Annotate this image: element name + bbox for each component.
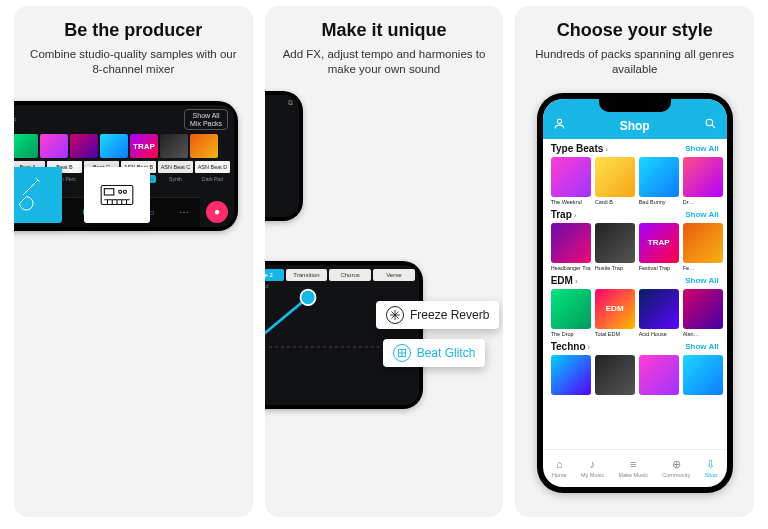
- pack-row[interactable]: TRAP: [14, 134, 234, 158]
- screenshot-card-2: Make it unique Add FX, adjust tempo and …: [265, 6, 504, 517]
- pack-tile[interactable]: Bad Bunny: [639, 157, 679, 205]
- pack-tile[interactable]: [639, 355, 679, 395]
- card-subtitle: Combine studio-quality samples with our …: [28, 47, 238, 77]
- screenshot-card-3: Choose your style Hundreds of packs span…: [515, 6, 754, 517]
- callout-synth-icon: [84, 167, 150, 223]
- account-icon[interactable]: [553, 117, 566, 132]
- svg-point-17: [706, 119, 713, 126]
- pack-tile[interactable]: TRAPFestival Trap: [639, 223, 679, 271]
- record-button[interactable]: ●: [206, 201, 228, 223]
- section-techno: Techno› Show All: [551, 341, 727, 395]
- card-subtitle: Add FX, adjust tempo and harmonies to ma…: [279, 47, 489, 77]
- pack-tile[interactable]: Cardi B: [595, 157, 635, 205]
- show-all-link[interactable]: Show All: [685, 276, 718, 285]
- snowflake-icon: [386, 306, 404, 324]
- pack-tile[interactable]: Hustle Trap: [595, 223, 635, 271]
- tab-community[interactable]: ⊕Community: [662, 459, 690, 478]
- screenshot-card-1: Be the producer Combine studio-quality s…: [14, 6, 253, 517]
- svg-point-16: [557, 119, 561, 123]
- show-all-link[interactable]: Show All: [685, 342, 718, 351]
- pack-tile[interactable]: Headbanger Trap: [551, 223, 591, 271]
- pack-tile[interactable]: [551, 355, 591, 395]
- phone-editor: Intro A Intro B Verse 2 Transition Choru…: [265, 261, 423, 409]
- section-type-beats: Type Beats› Show All The Weeknd Cardi B …: [551, 143, 727, 205]
- fx-callout-freeze-reverb: Freeze Reverb: [376, 301, 499, 329]
- search-icon[interactable]: [704, 117, 717, 132]
- card-title: Make it unique: [322, 20, 447, 41]
- pack-tile[interactable]: The Weeknd: [551, 157, 591, 205]
- more-icon[interactable]: ⋯: [168, 197, 200, 227]
- svg-point-5: [119, 190, 122, 193]
- callout-guitar-icon: [14, 167, 62, 223]
- show-all-link[interactable]: Show All: [685, 210, 718, 219]
- fx-callout-beat-glitch: Beat Glitch: [383, 339, 486, 367]
- pack-tile[interactable]: [683, 355, 723, 395]
- show-all-mix-packs-button[interactable]: Show All Mix Packs: [184, 109, 228, 130]
- card-subtitle: Hundreds of packs spanning all genres av…: [530, 47, 740, 77]
- svg-point-9: [300, 290, 315, 306]
- tab-home[interactable]: ⌂Home: [552, 459, 567, 478]
- shop-title: Shop: [620, 119, 650, 133]
- pack-tile[interactable]: The Drop: [551, 289, 591, 337]
- tab-bar: ⌂Home ♪My Music ≡Make Music ⊕Community ⇩…: [543, 449, 727, 487]
- pack-tile[interactable]: Fe…: [683, 223, 723, 271]
- layout-icon[interactable]: ⧉: [288, 99, 293, 107]
- section-trap: Trap› Show All Headbanger Trap Hustle Tr…: [551, 209, 727, 271]
- arrangement-segments[interactable]: Intro A Intro B Verse 2 Transition Choru…: [265, 265, 419, 281]
- pack-tile[interactable]: Dr…: [683, 157, 723, 205]
- card-title: Be the producer: [64, 20, 202, 41]
- pack-tile[interactable]: Acid House: [639, 289, 679, 337]
- pack-tile[interactable]: EDMTotal EDM: [595, 289, 635, 337]
- pack-tile[interactable]: [595, 355, 635, 395]
- tab-shop[interactable]: ⇩Shop: [705, 459, 718, 478]
- pack-tile-trap: TRAP: [130, 134, 158, 158]
- svg-rect-4: [104, 189, 114, 195]
- svg-point-6: [123, 190, 126, 193]
- phone-shop: Shop Type Beats› Show All The Weeknd Car…: [537, 93, 733, 493]
- card-title: Choose your style: [557, 20, 713, 41]
- tab-my-music[interactable]: ♪My Music: [581, 459, 604, 478]
- hamburger-icon[interactable]: ≡: [14, 116, 16, 123]
- glitch-icon: [393, 344, 411, 362]
- pack-tile[interactable]: Alan…: [683, 289, 723, 337]
- section-edm: EDM› Show All The Drop EDMTotal EDM Acid…: [551, 275, 727, 337]
- phone-mixer-continued: ⧉ TRAP: [265, 91, 303, 221]
- tab-make-music[interactable]: ≡Make Music: [619, 459, 648, 478]
- show-all-link[interactable]: Show All: [685, 144, 718, 153]
